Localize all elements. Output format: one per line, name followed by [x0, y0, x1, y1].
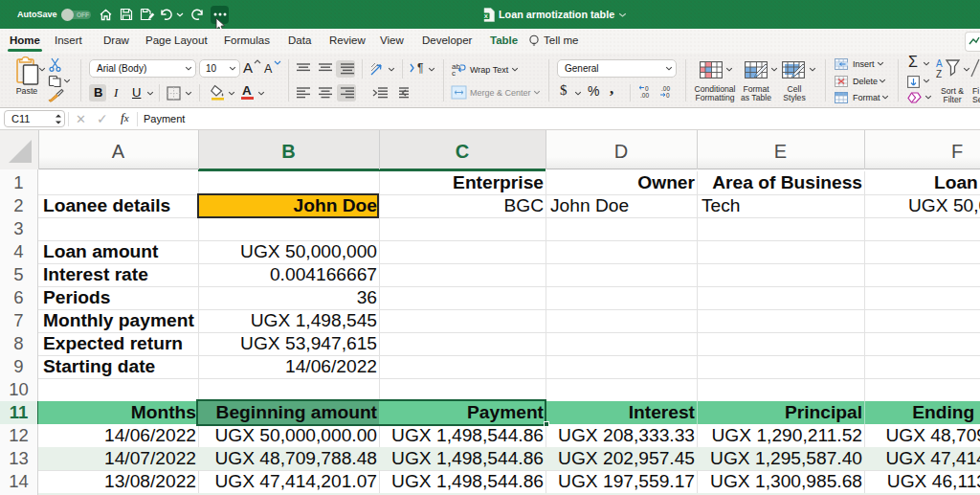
svg-text:Z: Z [936, 69, 942, 79]
svg-text:.00: .00 [661, 85, 670, 92]
svg-text:A: A [936, 58, 943, 69]
svg-text:X: X [484, 13, 488, 19]
svg-text:c: c [452, 69, 456, 77]
svg-text:.00: .00 [640, 92, 649, 99]
svg-text:0: 0 [645, 85, 649, 92]
svg-text:0: 0 [666, 92, 670, 99]
